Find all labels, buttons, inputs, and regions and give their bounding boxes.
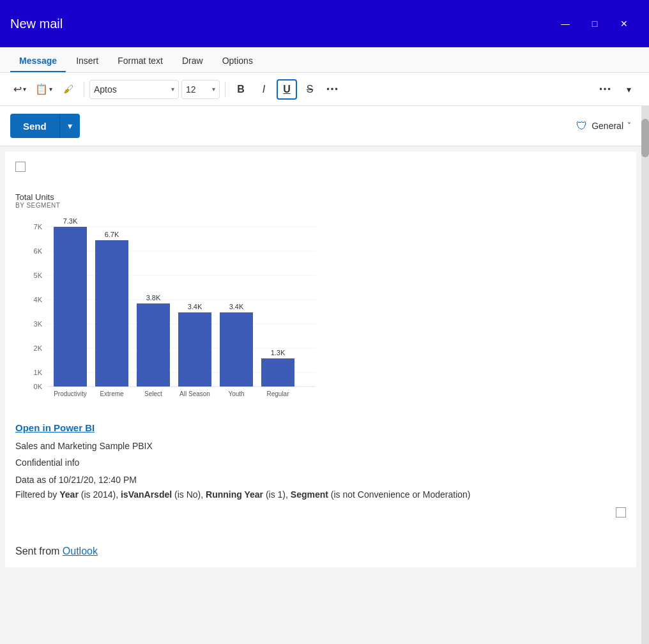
title-bar-controls: — □ ✕ <box>551 13 639 34</box>
expand-icon: ▾ <box>627 84 631 95</box>
italic-button[interactable]: I <box>254 79 274 100</box>
close-button[interactable]: ✕ <box>609 13 639 34</box>
svg-text:2K: 2K <box>34 344 43 352</box>
clipboard-button[interactable]: 📋 ▾ <box>32 79 56 100</box>
minimize-button[interactable]: — <box>551 13 580 34</box>
general-arrow: ˅ <box>627 121 631 130</box>
bar-youth <box>220 312 253 387</box>
filter-isvanarsdel-bold: isVanArsdel <box>121 489 172 500</box>
toolbar-divider-2 <box>225 82 225 97</box>
general-text: General <box>592 121 623 131</box>
format-painter-icon: 🖌 <box>63 84 73 95</box>
format-painter-button[interactable]: 🖌 <box>58 79 79 100</box>
underline-button[interactable]: U <box>277 79 297 100</box>
italic-icon: I <box>263 84 265 95</box>
confidential-info: Confidential info <box>15 456 626 470</box>
svg-text:3.8K: 3.8K <box>146 294 161 302</box>
filter-segment-bold: Segment <box>291 489 328 500</box>
font-name-text: Aptos <box>94 84 169 95</box>
filter-segment-val: (is not Convenience or Moderation) <box>328 489 471 500</box>
font-size-chevron: ▾ <box>212 86 215 93</box>
tab-options[interactable]: Options <box>213 50 262 72</box>
svg-text:4K: 4K <box>34 296 43 303</box>
undo-icon: ↩ <box>13 83 22 95</box>
tab-draw[interactable]: Draw <box>173 50 212 72</box>
toolbar: ↩ ▾ 📋 ▾ 🖌 Aptos ▾ 12 ▾ B I U S ••• • <box>0 73 649 106</box>
bold-icon: B <box>237 84 245 95</box>
svg-text:5K: 5K <box>34 272 43 279</box>
bold-button[interactable]: B <box>231 79 251 100</box>
svg-text:6.7K: 6.7K <box>105 231 119 238</box>
bar-regular <box>261 358 294 387</box>
chart-wrapper: 7K 6K 5K 4K 3K 2K 1K 0K 7.3K <box>15 214 322 412</box>
svg-text:7K: 7K <box>34 223 43 231</box>
underline-icon: U <box>283 84 291 95</box>
tab-format-text[interactable]: Format text <box>109 50 172 72</box>
ribbon-tabs: Message Insert Format text Draw Options <box>0 47 649 73</box>
to-checkbox[interactable] <box>15 162 26 172</box>
filter-runningyear-val: (is 1), <box>263 489 291 500</box>
toolbar-divider-1 <box>84 82 84 97</box>
scrollbar-track[interactable] <box>641 106 649 644</box>
data-date: Data as of 10/21/20, 12:40 PM <box>15 473 626 487</box>
general-label[interactable]: 🛡 General ˅ <box>576 119 631 133</box>
bar-allseason <box>178 312 211 387</box>
more-options-button-1[interactable]: ••• <box>323 79 343 100</box>
outlook-link[interactable]: Outlook <box>63 546 98 556</box>
bar-select <box>137 303 170 387</box>
send-bar: Send ▾ 🛡 General ˅ <box>0 106 641 146</box>
source-name: Sales and Marketing Sample PBIX <box>15 439 626 453</box>
svg-text:3K: 3K <box>34 320 43 328</box>
scrollbar-thumb[interactable] <box>641 119 649 157</box>
bar-chart: 7K 6K 5K 4K 3K 2K 1K 0K 7.3K <box>15 214 322 412</box>
send-dropdown-button[interactable]: ▾ <box>59 114 80 138</box>
tab-insert[interactable]: Insert <box>67 50 107 72</box>
svg-text:Youth: Youth <box>228 390 244 397</box>
svg-text:1K: 1K <box>34 369 43 376</box>
svg-text:Select: Select <box>144 390 162 397</box>
send-button[interactable]: Send <box>10 114 59 138</box>
strikethrough-button[interactable]: S <box>300 79 320 100</box>
tab-message[interactable]: Message <box>10 50 66 72</box>
filter-runningyear-bold: Running Year <box>206 489 263 500</box>
svg-text:0K: 0K <box>34 383 43 390</box>
undo-button[interactable]: ↩ ▾ <box>10 79 29 100</box>
title-bar-left: New mail <box>10 17 63 31</box>
corner-checkbox[interactable] <box>616 507 626 518</box>
filter-text: Filtered by Year (is 2014), isVanArsdel … <box>15 489 626 500</box>
svg-text:6K: 6K <box>34 247 43 255</box>
bar-extreme <box>95 240 128 387</box>
chart-subtitle: BY SEGMENT <box>15 202 626 209</box>
scroll-area[interactable]: Send ▾ 🛡 General ˅ Total Units BY SEGMEN… <box>0 106 641 644</box>
svg-text:7.3K: 7.3K <box>63 217 78 225</box>
svg-text:Extreme: Extreme <box>100 390 124 397</box>
open-powerbi-link[interactable]: Open in Power BI <box>15 422 95 433</box>
window-title: New mail <box>10 17 63 31</box>
svg-text:All Season: All Season <box>179 390 210 397</box>
chart-title: Total Units <box>15 192 626 202</box>
filter-year-val: (is 2014), <box>79 489 121 500</box>
filter-isvanarsdel-val: (is No), <box>172 489 206 500</box>
font-name-chevron: ▾ <box>171 86 174 93</box>
clipboard-chevron: ▾ <box>49 86 52 93</box>
svg-text:Regular: Regular <box>266 390 289 397</box>
sent-from-text: Sent from <box>15 546 63 556</box>
expand-toolbar-button[interactable]: ▾ <box>618 79 639 100</box>
title-bar: New mail — □ ✕ <box>0 0 649 47</box>
compose-area[interactable]: Total Units BY SEGMENT 7K <box>5 151 636 567</box>
shield-icon: 🛡 <box>576 119 588 133</box>
send-dropdown-arrow: ▾ <box>68 121 72 131</box>
svg-text:Productivity: Productivity <box>54 390 87 397</box>
clipboard-icon: 📋 <box>35 83 48 95</box>
font-size-text: 12 <box>186 84 210 95</box>
font-name-selector[interactable]: Aptos ▾ <box>89 80 179 99</box>
filter-year-bold: Year <box>59 489 79 500</box>
font-size-selector[interactable]: 12 ▾ <box>181 80 220 99</box>
maximize-button[interactable]: □ <box>580 13 609 34</box>
sent-from: Sent from Outlook <box>15 546 626 557</box>
more-options-button-2[interactable]: ••• <box>595 79 616 100</box>
filter-label: Filtered by <box>15 489 59 500</box>
send-button-group: Send ▾ <box>10 114 80 138</box>
more-icon-1: ••• <box>326 84 339 94</box>
mail-body: Send ▾ 🛡 General ˅ Total Units BY SEGMEN… <box>0 106 649 644</box>
